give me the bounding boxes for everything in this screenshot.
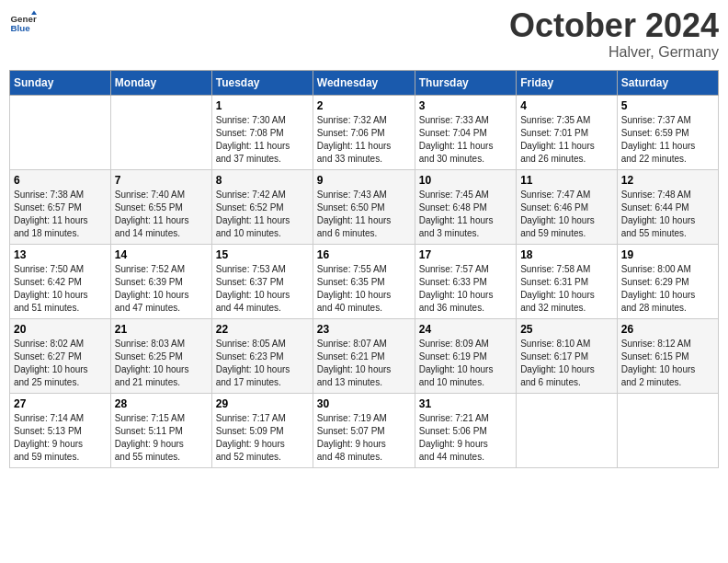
- day-number: 23: [317, 323, 411, 336]
- weekday-header: Saturday: [617, 71, 718, 96]
- day-info: Sunrise: 7:40 AM Sunset: 6:55 PM Dayligh…: [115, 189, 208, 240]
- day-info: Sunrise: 7:38 AM Sunset: 6:57 PM Dayligh…: [14, 189, 107, 240]
- day-info: Sunrise: 7:47 AM Sunset: 6:46 PM Dayligh…: [520, 189, 613, 240]
- day-info: Sunrise: 7:33 AM Sunset: 7:04 PM Dayligh…: [419, 114, 512, 166]
- calendar-header-row: SundayMondayTuesdayWednesdayThursdayFrid…: [10, 71, 719, 96]
- day-number: 6: [14, 174, 107, 187]
- day-info: Sunrise: 7:55 AM Sunset: 6:35 PM Dayligh…: [317, 263, 411, 315]
- calendar-cell: 10Sunrise: 7:45 AM Sunset: 6:48 PM Dayli…: [415, 170, 516, 245]
- day-info: Sunrise: 7:35 AM Sunset: 7:01 PM Dayligh…: [520, 114, 613, 166]
- day-number: 7: [115, 174, 208, 187]
- weekday-header: Thursday: [415, 71, 516, 96]
- calendar-cell: 5Sunrise: 7:37 AM Sunset: 6:59 PM Daylig…: [617, 96, 718, 170]
- day-number: 8: [216, 174, 309, 187]
- weekday-header: Monday: [110, 71, 211, 96]
- day-info: Sunrise: 7:19 AM Sunset: 5:07 PM Dayligh…: [317, 412, 411, 464]
- day-info: Sunrise: 7:43 AM Sunset: 6:50 PM Dayligh…: [317, 189, 411, 240]
- svg-marker-2: [31, 11, 37, 16]
- page-header: General Blue October 2024 Halver, German…: [9, 9, 719, 61]
- svg-text:General: General: [11, 14, 38, 24]
- day-number: 11: [520, 174, 613, 187]
- calendar-table: SundayMondayTuesdayWednesdayThursdayFrid…: [9, 70, 719, 468]
- day-info: Sunrise: 7:57 AM Sunset: 6:33 PM Dayligh…: [419, 263, 512, 315]
- calendar-cell: 7Sunrise: 7:40 AM Sunset: 6:55 PM Daylig…: [110, 170, 211, 245]
- day-info: Sunrise: 7:52 AM Sunset: 6:39 PM Dayligh…: [115, 263, 208, 315]
- day-number: 13: [14, 248, 107, 261]
- day-info: Sunrise: 7:30 AM Sunset: 7:08 PM Dayligh…: [216, 114, 309, 166]
- day-info: Sunrise: 7:17 AM Sunset: 5:09 PM Dayligh…: [216, 412, 309, 464]
- day-number: 19: [621, 248, 714, 261]
- calendar-cell: 18Sunrise: 7:58 AM Sunset: 6:31 PM Dayli…: [517, 245, 618, 319]
- day-number: 18: [520, 248, 613, 261]
- calendar-week-row: 20Sunrise: 8:02 AM Sunset: 6:27 PM Dayli…: [10, 319, 719, 394]
- calendar-cell: 23Sunrise: 8:07 AM Sunset: 6:21 PM Dayli…: [313, 319, 415, 394]
- calendar-week-row: 6Sunrise: 7:38 AM Sunset: 6:57 PM Daylig…: [10, 170, 719, 245]
- day-number: 3: [419, 99, 512, 112]
- day-number: 16: [317, 248, 411, 261]
- month-title: October 2024: [509, 9, 719, 42]
- day-info: Sunrise: 8:09 AM Sunset: 6:19 PM Dayligh…: [419, 338, 512, 389]
- calendar-cell: 27Sunrise: 7:14 AM Sunset: 5:13 PM Dayli…: [10, 394, 111, 468]
- day-info: Sunrise: 7:15 AM Sunset: 5:11 PM Dayligh…: [115, 412, 208, 464]
- day-info: Sunrise: 7:50 AM Sunset: 6:42 PM Dayligh…: [14, 263, 107, 315]
- day-info: Sunrise: 8:02 AM Sunset: 6:27 PM Dayligh…: [14, 338, 107, 389]
- day-info: Sunrise: 7:48 AM Sunset: 6:44 PM Dayligh…: [621, 189, 714, 240]
- calendar-cell: [517, 394, 618, 468]
- calendar-cell: 24Sunrise: 8:09 AM Sunset: 6:19 PM Dayli…: [415, 319, 516, 394]
- day-number: 25: [520, 323, 613, 336]
- day-number: 31: [419, 397, 512, 410]
- day-number: 27: [14, 397, 107, 410]
- calendar-cell: 11Sunrise: 7:47 AM Sunset: 6:46 PM Dayli…: [517, 170, 618, 245]
- calendar-cell: 4Sunrise: 7:35 AM Sunset: 7:01 PM Daylig…: [517, 96, 618, 170]
- calendar-cell: 14Sunrise: 7:52 AM Sunset: 6:39 PM Dayli…: [110, 245, 211, 319]
- day-info: Sunrise: 8:10 AM Sunset: 6:17 PM Dayligh…: [520, 338, 613, 389]
- day-number: 9: [317, 174, 411, 187]
- location: Halver, Germany: [509, 44, 719, 61]
- calendar-cell: 9Sunrise: 7:43 AM Sunset: 6:50 PM Daylig…: [313, 170, 415, 245]
- day-number: 2: [317, 99, 411, 112]
- svg-text:Blue: Blue: [11, 23, 31, 33]
- logo-icon: General Blue: [9, 9, 37, 37]
- weekday-header: Wednesday: [313, 71, 415, 96]
- day-info: Sunrise: 7:21 AM Sunset: 5:06 PM Dayligh…: [419, 412, 512, 464]
- day-number: 24: [419, 323, 512, 336]
- day-info: Sunrise: 8:03 AM Sunset: 6:25 PM Dayligh…: [115, 338, 208, 389]
- calendar-week-row: 13Sunrise: 7:50 AM Sunset: 6:42 PM Dayli…: [10, 245, 719, 319]
- day-number: 17: [419, 248, 512, 261]
- calendar-cell: 29Sunrise: 7:17 AM Sunset: 5:09 PM Dayli…: [211, 394, 313, 468]
- logo: General Blue: [9, 9, 37, 37]
- weekday-header: Tuesday: [211, 71, 313, 96]
- day-info: Sunrise: 8:00 AM Sunset: 6:29 PM Dayligh…: [621, 263, 714, 315]
- calendar-cell: 2Sunrise: 7:32 AM Sunset: 7:06 PM Daylig…: [313, 96, 415, 170]
- day-number: 10: [419, 174, 512, 187]
- day-number: 12: [621, 174, 714, 187]
- calendar-cell: [110, 96, 211, 170]
- calendar-week-row: 1Sunrise: 7:30 AM Sunset: 7:08 PM Daylig…: [10, 96, 719, 170]
- calendar-cell: 21Sunrise: 8:03 AM Sunset: 6:25 PM Dayli…: [110, 319, 211, 394]
- day-number: 20: [14, 323, 107, 336]
- calendar-cell: 16Sunrise: 7:55 AM Sunset: 6:35 PM Dayli…: [313, 245, 415, 319]
- day-info: Sunrise: 7:58 AM Sunset: 6:31 PM Dayligh…: [520, 263, 613, 315]
- day-info: Sunrise: 8:12 AM Sunset: 6:15 PM Dayligh…: [621, 338, 714, 389]
- day-info: Sunrise: 8:05 AM Sunset: 6:23 PM Dayligh…: [216, 338, 309, 389]
- day-number: 28: [115, 397, 208, 410]
- calendar-cell: 3Sunrise: 7:33 AM Sunset: 7:04 PM Daylig…: [415, 96, 516, 170]
- day-info: Sunrise: 8:07 AM Sunset: 6:21 PM Dayligh…: [317, 338, 411, 389]
- calendar-cell: 12Sunrise: 7:48 AM Sunset: 6:44 PM Dayli…: [617, 170, 718, 245]
- day-number: 30: [317, 397, 411, 410]
- calendar-cell: 20Sunrise: 8:02 AM Sunset: 6:27 PM Dayli…: [10, 319, 111, 394]
- day-info: Sunrise: 7:14 AM Sunset: 5:13 PM Dayligh…: [14, 412, 107, 464]
- weekday-header: Sunday: [10, 71, 111, 96]
- calendar-cell: 26Sunrise: 8:12 AM Sunset: 6:15 PM Dayli…: [617, 319, 718, 394]
- calendar-cell: 8Sunrise: 7:42 AM Sunset: 6:52 PM Daylig…: [211, 170, 313, 245]
- day-info: Sunrise: 7:37 AM Sunset: 6:59 PM Dayligh…: [621, 114, 714, 166]
- day-number: 14: [115, 248, 208, 261]
- calendar-cell: 28Sunrise: 7:15 AM Sunset: 5:11 PM Dayli…: [110, 394, 211, 468]
- calendar-cell: [617, 394, 718, 468]
- day-info: Sunrise: 7:32 AM Sunset: 7:06 PM Dayligh…: [317, 114, 411, 166]
- calendar-cell: 1Sunrise: 7:30 AM Sunset: 7:08 PM Daylig…: [211, 96, 313, 170]
- calendar-week-row: 27Sunrise: 7:14 AM Sunset: 5:13 PM Dayli…: [10, 394, 719, 468]
- day-number: 1: [216, 99, 309, 112]
- day-info: Sunrise: 7:45 AM Sunset: 6:48 PM Dayligh…: [419, 189, 512, 240]
- calendar-cell: 15Sunrise: 7:53 AM Sunset: 6:37 PM Dayli…: [211, 245, 313, 319]
